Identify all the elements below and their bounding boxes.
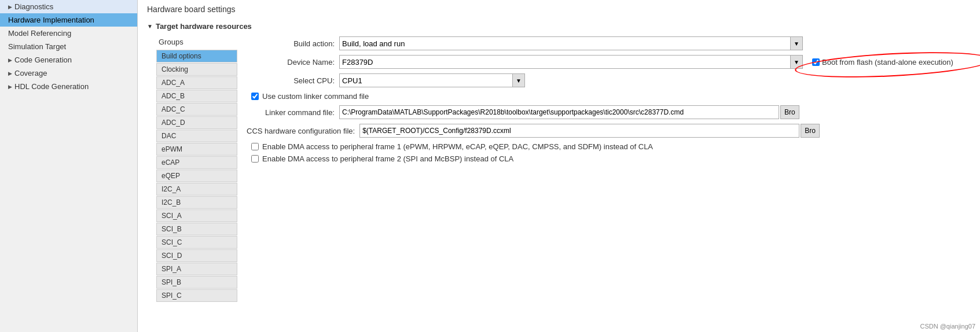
dma1-label: Enable DMA access to peripheral frame 1 … [262,142,653,151]
sidebar-item-hdl-code-generation[interactable]: HDL Code Generation [0,80,137,93]
group-item-adc-b[interactable]: ADC_B [156,90,237,102]
section-title: Hardware board settings [147,5,971,16]
use-custom-linker-row: Use custom linker command file [251,92,961,101]
group-item-sci-c[interactable]: SCI_C [156,236,237,249]
sidebar-item-code-generation[interactable]: Code Generation [0,53,137,67]
group-item-adc-c[interactable]: ADC_C [156,103,237,116]
sidebar-item-label: HDL Code Generation [14,82,89,91]
dma1-row: Enable DMA access to peripheral frame 1 … [251,142,961,151]
group-item-dac[interactable]: DAC [156,130,237,142]
group-item-ecap[interactable]: eCAP [156,156,237,169]
dma2-checkbox[interactable] [251,155,259,163]
select-cpu-row: Select CPU: ▼ [247,73,961,87]
sidebar-item-coverage[interactable]: Coverage [0,67,137,80]
sidebar-item-diagnostics[interactable]: Diagnostics [0,0,137,13]
sidebar-item-label: Hardware Implementation [8,16,94,24]
group-item-spi-b[interactable]: SPI_B [156,276,237,289]
ccs-hw-label: CCS hardware configuration file: [247,127,359,135]
device-name-input-wrap: ▼ Boot from flash (stand-alone execution… [339,55,961,69]
select-cpu-input[interactable] [339,73,513,87]
watermark: CSDN @qianjing07 [920,323,975,330]
dma2-label: Enable DMA access to peripheral frame 2 … [262,154,513,163]
group-item-clocking[interactable]: Clocking [156,63,237,76]
sidebar: Diagnostics Hardware Implementation Mode… [0,0,138,332]
linker-cmd-browse-button[interactable]: Bro [780,105,799,119]
linker-cmd-label: Linker command file: [247,108,339,117]
boot-flash-area: Boot from flash (stand-alone execution) [812,58,953,67]
group-item-spi-c[interactable]: SPI_C [156,289,237,302]
build-action-input[interactable] [339,36,791,50]
select-cpu-dropdown-btn[interactable]: ▼ [512,73,525,87]
collapsible-header-text: Target hardware resources [156,22,252,31]
boot-from-flash-label: Boot from flash (stand-alone execution) [822,58,953,67]
ccs-hw-row: CCS hardware configuration file: Bro [247,124,961,138]
group-item-spi-a[interactable]: SPI_A [156,263,237,275]
content-area: Groups Build options Clocking ADC_A ADC_… [156,36,971,303]
sidebar-item-simulation-target[interactable]: Simulation Target [0,40,137,53]
linker-cmd-row: Linker command file: Bro [247,105,961,119]
sidebar-item-label: Coverage [14,69,47,78]
sidebar-item-hardware-implementation[interactable]: Hardware Implementation [0,13,137,27]
dma1-checkbox[interactable] [251,143,259,150]
groups-label: Groups [156,36,237,47]
group-item-adc-d[interactable]: ADC_D [156,116,237,129]
group-item-sci-a[interactable]: SCI_A [156,209,237,222]
sidebar-item-model-referencing[interactable]: Model Referencing [0,27,137,40]
use-custom-linker-label: Use custom linker command file [262,92,369,101]
sidebar-item-label: Model Referencing [8,29,71,38]
linker-cmd-input[interactable] [339,105,779,119]
groups-panel: Groups Build options Clocking ADC_A ADC_… [156,36,237,303]
select-cpu-input-wrap: ▼ [339,73,961,87]
device-name-label: Device Name: [247,58,339,67]
group-item-sci-b[interactable]: SCI_B [156,223,237,235]
device-name-input[interactable] [339,55,791,69]
sidebar-item-label: Code Generation [14,56,72,64]
sidebar-item-label: Diagnostics [14,2,53,11]
ccs-hw-input[interactable] [359,124,799,138]
group-item-i2c-a[interactable]: I2C_A [156,183,237,195]
group-item-adc-a[interactable]: ADC_A [156,76,237,89]
device-name-dropdown-btn[interactable]: ▼ [790,55,803,69]
collapse-arrow-icon: ▼ [147,23,153,29]
collapsible-header[interactable]: ▼ Target hardware resources [147,22,971,31]
group-item-sci-d[interactable]: SCI_D [156,249,237,262]
sidebar-item-label: Simulation Target [8,42,66,51]
use-custom-linker-checkbox[interactable] [251,93,259,100]
device-name-row: Device Name: ▼ Boot from flash (stand-al… [247,55,961,69]
group-item-epwm[interactable]: ePWM [156,143,237,156]
group-item-eqep[interactable]: eQEP [156,169,237,182]
select-cpu-label: Select CPU: [247,76,339,85]
dma2-row: Enable DMA access to peripheral frame 2 … [251,154,961,163]
group-item-i2c-b[interactable]: I2C_B [156,196,237,209]
build-action-row: Build action: ▼ [247,36,961,50]
group-item-build-options[interactable]: Build options [156,50,237,62]
build-action-label: Build action: [247,39,339,48]
main-content: Hardware board settings ▼ Target hardwar… [138,0,980,332]
ccs-hw-browse-button[interactable]: Bro [801,124,820,138]
boot-from-flash-checkbox[interactable] [812,58,820,66]
settings-panel: Build action: ▼ Device Name: ▼ Boot from [237,36,971,303]
build-action-dropdown-btn[interactable]: ▼ [790,36,803,50]
build-action-input-wrap: ▼ [339,36,961,50]
